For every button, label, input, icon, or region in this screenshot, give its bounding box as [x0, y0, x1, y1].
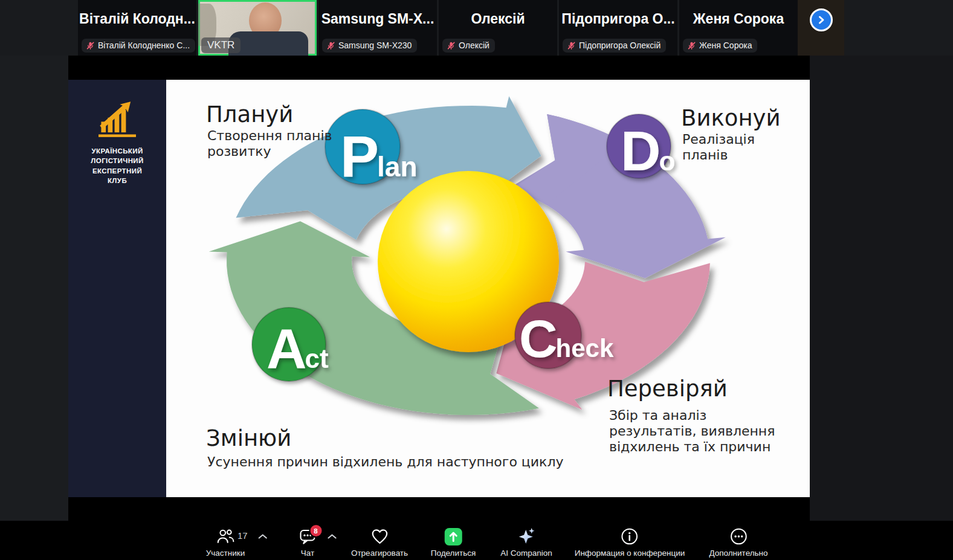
app-background-right [810, 56, 953, 521]
name-pill: Віталій Колодненко С... [82, 39, 195, 53]
mic-muted-icon [567, 41, 576, 50]
participant-name: Олексій [439, 11, 557, 27]
participants-count: 17 [237, 530, 248, 541]
shared-screen-view: УКРАЇНСЬКИЙ ЛОГІСТИЧНИЙ ЕКСПЕРТНИЙ КЛУБ [68, 56, 810, 520]
mic-muted-icon [86, 41, 95, 50]
react-heart-icon [370, 527, 389, 546]
chevron-right-icon [816, 14, 827, 25]
slide-content: PlanDoActCheck Плануй Створення планів р… [166, 80, 810, 497]
tool-chat[interactable]: 8 Чат [299, 526, 317, 558]
chat-unread-badge: 8 [309, 524, 323, 538]
participants-filmstrip: Віталій Колодн... Віталій Колодненко С..… [0, 0, 953, 56]
name-pill: Samsung SM-X230 [322, 39, 417, 53]
logo-chart-icon [95, 100, 139, 138]
name-pill: Олексій [442, 39, 495, 53]
tool-participants[interactable]: 17 Участники [206, 526, 245, 558]
share-screen-icon [444, 527, 462, 546]
act-desc: Усунення причин відхилень для наступного… [207, 454, 563, 470]
pdca-slide: УКРАЇНСЬКИЙ ЛОГІСТИЧНИЙ ЕКСПЕРТНИЙ КЛУБ [68, 80, 810, 497]
logo-text: УКРАЇНСЬКИЙ ЛОГІСТИЧНИЙ ЕКСПЕРТНИЙ КЛУБ [68, 146, 166, 185]
do-desc: Реалізація планів [682, 132, 755, 163]
participant-name: Віталій Колодн... [78, 11, 196, 27]
participant-video-tile[interactable]: VKTR [198, 0, 317, 56]
mic-muted-icon [326, 41, 335, 50]
participant-tile[interactable]: Женя Сорока Женя Сорока [679, 0, 798, 56]
meeting-toolbar: 17 Участники 8 Чат Отреагировать [0, 521, 953, 560]
participant-tile[interactable]: Підопригора О... Підопригора Олексій [559, 0, 677, 56]
participant-name: Женя Сорока [679, 11, 798, 27]
app-background-left [0, 56, 68, 521]
participant-tile[interactable]: Samsung SM-X... Samsung SM-X230 [318, 0, 437, 56]
participant-tile[interactable]: Олексій Олексій [439, 0, 557, 56]
check-desc: Збір та аналіз результатів, виявлення ві… [609, 408, 775, 455]
plan-title: Плануй [206, 101, 293, 127]
slide-sidebar: УКРАЇНСЬКИЙ ЛОГІСТИЧНИЙ ЕКСПЕРТНИЙ КЛУБ [68, 80, 166, 497]
name-pill: VKTR [201, 37, 241, 53]
participant-name: Samsung SM-X... [318, 11, 437, 27]
tool-ai-companion[interactable]: AI Companion [500, 526, 552, 558]
participant-name: Підопригора О... [559, 11, 677, 27]
tool-more[interactable]: Дополнительно [709, 526, 767, 558]
chat-caret-icon[interactable] [327, 533, 337, 539]
do-title: Виконуй [681, 105, 781, 131]
name-pill: Підопригора Олексій [563, 39, 666, 53]
tool-share[interactable]: Поделиться [431, 526, 476, 558]
tool-react[interactable]: Отреагировать [351, 526, 408, 558]
next-participants-button[interactable] [810, 8, 833, 31]
mic-muted-icon [687, 41, 696, 50]
ai-companion-icon [517, 527, 536, 546]
meeting-info-icon [621, 527, 639, 546]
more-icon [729, 527, 748, 546]
participants-caret-icon[interactable] [258, 533, 268, 539]
do-badge-text: Do [621, 120, 675, 182]
mic-muted-icon [447, 41, 456, 50]
tool-meeting-info[interactable]: Информация о конференции [575, 526, 685, 558]
club-logo: УКРАЇНСЬКИЙ ЛОГІСТИЧНИЙ ЕКСПЕРТНИЙ КЛУБ [68, 100, 166, 185]
plan-desc: Створення планів розвитку [207, 128, 332, 159]
act-title: Змінюй [206, 425, 291, 451]
check-title: Перевіряй [607, 376, 728, 402]
name-pill: Женя Сорока [683, 39, 757, 53]
participant-tile[interactable]: Віталій Колодн... Віталій Колодненко С..… [78, 0, 196, 56]
participants-icon [216, 527, 235, 546]
